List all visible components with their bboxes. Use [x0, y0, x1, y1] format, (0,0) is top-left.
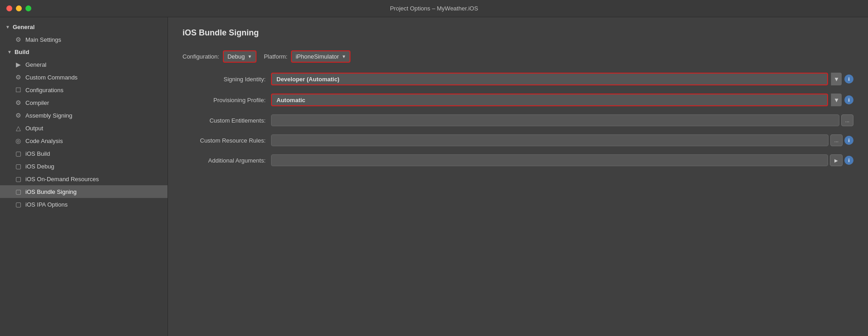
window-controls	[6, 5, 31, 11]
sidebar-item-compiler[interactable]: ⚙ Compiler	[0, 96, 168, 109]
ios-on-demand-icon: ▢	[15, 175, 22, 183]
signing-identity-value: Developer (Automatic)	[276, 76, 823, 83]
additional-arguments-row: Additional Arguments: ▶ i	[182, 154, 853, 166]
sidebar-label-ios-build: iOS Build	[25, 150, 50, 157]
code-analysis-icon: ◎	[15, 137, 22, 144]
provisioning-profile-dropdown[interactable]: Automatic	[271, 94, 828, 106]
provisioning-profile-value: Automatic	[276, 97, 823, 104]
sidebar-item-configurations[interactable]: ☐ Configurations	[0, 84, 168, 96]
sidebar: ▼ General ⚙ Main Settings ▼ Build ▶ Gene…	[0, 17, 168, 336]
sidebar-item-main-settings[interactable]: ⚙ Main Settings	[0, 33, 168, 46]
signing-identity-row: Signing Identity: Developer (Automatic) …	[182, 73, 853, 85]
sidebar-item-code-analysis[interactable]: ◎ Code Analysis	[0, 134, 168, 147]
additional-arguments-control: ▶ i	[271, 154, 853, 166]
signing-identity-control: Developer (Automatic) ▼ i	[271, 73, 853, 85]
sidebar-label-main-settings: Main Settings	[25, 36, 61, 43]
sidebar-item-output[interactable]: △ Output	[0, 122, 168, 134]
custom-entitlements-label: Custom Entitlements:	[182, 117, 271, 124]
provisioning-profile-label: Provisioning Profile:	[182, 97, 271, 104]
platform-arrow-icon: ▼	[342, 54, 346, 59]
sidebar-section-build[interactable]: ▼ Build	[0, 46, 168, 58]
general-expand-arrow: ▼	[5, 25, 10, 30]
config-dropdown[interactable]: Debug ▼	[223, 50, 256, 63]
titlebar: Project Options – MyWeather.iOS	[0, 0, 868, 17]
sidebar-label-ios-debug: iOS Debug	[25, 163, 54, 170]
sidebar-label-assembly-signing: Assembly Signing	[25, 112, 72, 119]
sidebar-label-code-analysis: Code Analysis	[25, 138, 63, 144]
build-section-label: Build	[15, 49, 30, 55]
assembly-signing-icon: ⚙	[15, 112, 22, 119]
custom-resource-rules-control: ... i	[271, 134, 853, 146]
additional-arguments-play-button[interactable]: ▶	[830, 154, 843, 166]
signing-identity-label: Signing Identity:	[182, 76, 271, 83]
sidebar-item-general[interactable]: ▶ General	[0, 58, 168, 71]
sidebar-section-general[interactable]: ▼ General	[0, 21, 168, 33]
content-area: iOS Bundle Signing Configuration: Debug …	[168, 17, 868, 336]
custom-resource-rules-row: Custom Resource Rules: ... i	[182, 134, 853, 146]
ios-debug-icon: ▢	[15, 163, 22, 170]
custom-resource-rules-input[interactable]	[271, 134, 829, 146]
custom-resource-rules-label: Custom Resource Rules:	[182, 137, 271, 144]
ios-ipa-options-icon: ▢	[15, 201, 22, 208]
provisioning-profile-row: Provisioning Profile: Automatic ▼ i	[182, 94, 853, 106]
minimize-button[interactable]	[16, 5, 22, 11]
platform-dropdown[interactable]: iPhoneSimulator ▼	[291, 50, 350, 63]
signing-identity-dropdown[interactable]: Developer (Automatic)	[271, 73, 828, 85]
platform-label: Platform:	[264, 53, 287, 60]
sidebar-item-ios-debug[interactable]: ▢ iOS Debug	[0, 160, 168, 173]
settings-icon: ⚙	[15, 36, 22, 43]
general-section-label: General	[13, 24, 35, 30]
configurations-icon: ☐	[15, 86, 22, 94]
page-title: iOS Bundle Signing	[182, 28, 853, 38]
main-layout: ▼ General ⚙ Main Settings ▼ Build ▶ Gene…	[0, 17, 868, 336]
sidebar-label-ios-bundle-signing: iOS Bundle Signing	[25, 188, 77, 195]
sidebar-item-ios-on-demand[interactable]: ▢ iOS On-Demand Resources	[0, 173, 168, 185]
sidebar-label-ios-ipa-options: iOS IPA Options	[25, 201, 68, 208]
custom-entitlements-control: ...	[271, 114, 853, 126]
provisioning-profile-info-button[interactable]: i	[844, 95, 853, 104]
provisioning-profile-control: Automatic ▼ i	[271, 94, 853, 106]
sidebar-item-ios-ipa-options[interactable]: ▢ iOS IPA Options	[0, 198, 168, 211]
custom-entitlements-input[interactable]	[271, 114, 839, 126]
config-platform-row: Configuration: Debug ▼ Platform: iPhoneS…	[182, 50, 853, 63]
custom-resource-rules-browse-button[interactable]: ...	[830, 134, 843, 146]
ios-bundle-signing-icon: ▢	[15, 188, 22, 195]
sidebar-item-ios-build[interactable]: ▢ iOS Build	[0, 147, 168, 160]
maximize-button[interactable]	[25, 5, 31, 11]
sidebar-label-custom-commands: Custom Commands	[25, 74, 78, 81]
build-expand-arrow: ▼	[7, 49, 12, 54]
platform-value: iPhoneSimulator	[296, 53, 339, 60]
sidebar-item-custom-commands[interactable]: ⚙ Custom Commands	[0, 71, 168, 84]
config-label: Configuration:	[182, 53, 219, 60]
ios-build-icon: ▢	[15, 150, 22, 157]
output-icon: △	[15, 124, 22, 132]
signing-identity-arrow-button[interactable]: ▼	[831, 73, 842, 85]
custom-entitlements-browse-button[interactable]: ...	[841, 114, 853, 126]
config-value: Debug	[227, 53, 245, 60]
sidebar-label-general: General	[25, 61, 46, 68]
config-arrow-icon: ▼	[247, 54, 252, 59]
window-title: Project Options – MyWeather.iOS	[390, 5, 478, 12]
sidebar-item-ios-bundle-signing[interactable]: ▢ iOS Bundle Signing	[0, 185, 168, 198]
custom-entitlements-row: Custom Entitlements: ...	[182, 114, 853, 126]
close-button[interactable]	[6, 5, 12, 11]
compiler-icon: ⚙	[15, 99, 22, 106]
sidebar-label-output: Output	[25, 125, 43, 132]
provisioning-profile-arrow-button[interactable]: ▼	[831, 94, 842, 106]
additional-arguments-info-button[interactable]: i	[844, 156, 853, 165]
general-icon: ▶	[15, 61, 22, 68]
sidebar-item-assembly-signing[interactable]: ⚙ Assembly Signing	[0, 109, 168, 122]
custom-commands-icon: ⚙	[15, 74, 22, 81]
additional-arguments-label: Additional Arguments:	[182, 157, 271, 164]
additional-arguments-input[interactable]	[271, 154, 828, 166]
sidebar-label-ios-on-demand: iOS On-Demand Resources	[25, 176, 99, 183]
sidebar-label-configurations: Configurations	[25, 87, 64, 94]
sidebar-label-compiler: Compiler	[25, 99, 49, 106]
signing-identity-info-button[interactable]: i	[844, 74, 853, 84]
custom-resource-rules-info-button[interactable]: i	[844, 136, 853, 145]
